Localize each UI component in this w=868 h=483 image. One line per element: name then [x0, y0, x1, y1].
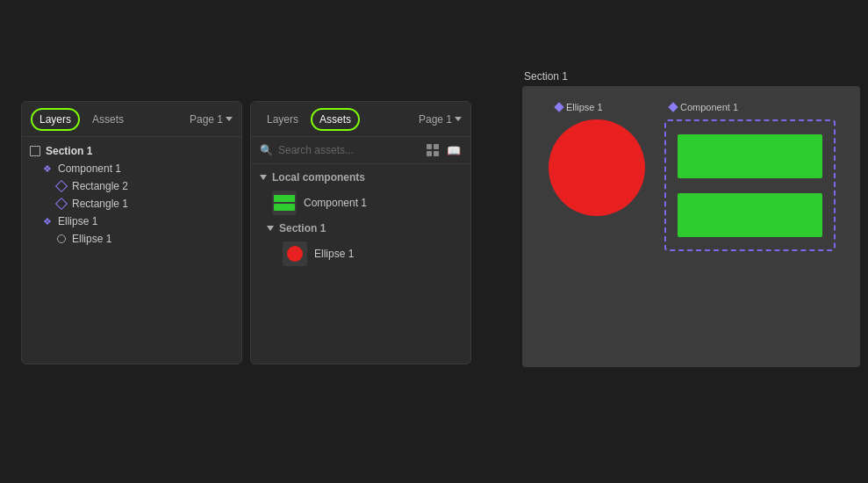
local-components-header[interactable]: Local components [251, 168, 470, 187]
tab-assets-right[interactable]: Assets [311, 108, 360, 131]
tab-assets-left[interactable]: Assets [85, 110, 131, 129]
rect-icon-2 [55, 198, 68, 210]
grid-view-icon[interactable] [425, 142, 441, 158]
page-selector-left[interactable]: Page 1 [190, 113, 233, 126]
canvas-rect2 [678, 193, 822, 237]
canvas-component1-label: Component 1 [680, 102, 738, 112]
layers-list: Section 1 ❖ Component 1 Rectangle 2 Rect… [22, 137, 241, 253]
canvas-section-label: Section 1 [522, 70, 860, 83]
search-icon: 🔍 [260, 144, 273, 156]
canvas-component1-label-group: Component 1 [670, 102, 738, 112]
section-icon [29, 145, 41, 157]
assets-list: Local components Component 1 Section 1 E… [251, 164, 470, 273]
canvas-ellipse1-label-group: Ellipse 1 [556, 102, 603, 112]
layer-rect2-label: Rectangle 2 [72, 180, 128, 192]
canvas-ellipse1-label: Ellipse 1 [566, 102, 603, 112]
asset-thumb-component1 [272, 191, 297, 215]
component-icon: ❖ [41, 162, 54, 175]
local-components-label: Local components [272, 171, 365, 184]
component-icon-2: ❖ [41, 215, 54, 227]
layer-component1-label: Component 1 [58, 162, 121, 175]
asset-ellipse1[interactable]: Ellipse 1 [251, 238, 470, 270]
left-panel-header: Layers Assets Page 1 [22, 102, 241, 137]
canvas-area: Section 1 Ellipse 1 Component 1 [522, 70, 860, 369]
book-icon[interactable]: 📖 [446, 142, 462, 158]
section1-subgroup-label: Section 1 [279, 222, 326, 234]
layer-component1[interactable]: ❖ Component 1 [22, 160, 241, 177]
layer-rect1-label: Rectangle 1 [72, 198, 128, 210]
asset-ellipse1-label: Ellipse 1 [314, 248, 354, 260]
layer-section1-label: Section 1 [46, 145, 92, 157]
canvas-bg: Ellipse 1 Component 1 [522, 86, 860, 367]
page-selector-right[interactable]: Page 1 [419, 113, 462, 126]
asset-component1-label: Component 1 [304, 197, 367, 209]
canvas-component1-shape [664, 119, 836, 251]
expand-icon-section1 [267, 226, 274, 231]
icon-group: 📖 [425, 142, 462, 158]
section1-subgroup-header[interactable]: Section 1 [251, 219, 470, 238]
rect-icon [55, 180, 68, 192]
chevron-down-icon [226, 117, 233, 121]
right-panel-header: Layers Assets Page 1 [251, 102, 470, 137]
asset-component1[interactable]: Component 1 [251, 187, 470, 219]
tab-layers-left[interactable]: Layers [31, 108, 80, 131]
layer-rect1[interactable]: Rectangle 1 [22, 195, 241, 213]
layer-ellipse1-comp-label: Ellipse 1 [58, 215, 97, 227]
expand-icon [260, 175, 267, 180]
left-panel: Layers Assets Page 1 Section 1 ❖ Compone… [21, 101, 242, 364]
asset-thumb-ellipse1 [283, 242, 307, 266]
chevron-down-icon-right [455, 117, 462, 121]
layer-ellipse1-comp[interactable]: ❖ Ellipse 1 [22, 213, 241, 230]
layer-section1[interactable]: Section 1 [22, 142, 241, 160]
comp-diamond-icon [554, 102, 563, 112]
search-input[interactable] [278, 144, 420, 156]
tab-layers-right[interactable]: Layers [260, 110, 305, 129]
grid-icon-inner [427, 144, 439, 156]
ellipse-icon [55, 233, 68, 245]
comp-diamond-icon-2 [668, 102, 678, 112]
canvas-ellipse1-shape [549, 119, 645, 216]
canvas-rect1 [678, 134, 822, 178]
right-panel: Layers Assets Page 1 🔍 📖 Local component… [250, 101, 471, 364]
layer-ellipse1-label: Ellipse 1 [72, 233, 111, 245]
search-bar: 🔍 📖 [251, 137, 470, 164]
layer-rect2[interactable]: Rectangle 2 [22, 177, 241, 195]
layer-ellipse1[interactable]: Ellipse 1 [22, 230, 241, 248]
